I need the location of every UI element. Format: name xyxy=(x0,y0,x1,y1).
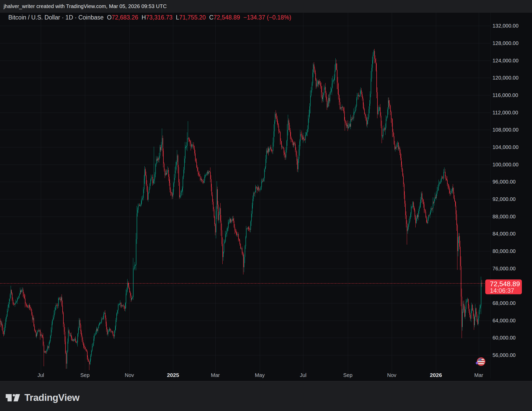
down-candle-bodies xyxy=(1,51,482,364)
bar-countdown: 14:06:37 xyxy=(490,287,514,294)
price-axis-label: 96,000.00 xyxy=(493,179,516,185)
change-value: −134.37 (−0.18%) xyxy=(243,14,291,21)
time-axis-label: Nov xyxy=(377,372,406,379)
tradingview-logo-icon xyxy=(6,394,21,402)
price-axis-label: 80,000.00 xyxy=(493,248,516,254)
price-axis-label: 76,000.00 xyxy=(493,265,516,272)
price-axis-label: 124,000.00 xyxy=(493,57,518,64)
price-axis-label: 112,000.00 xyxy=(493,109,518,116)
close-value: 72,548.89 xyxy=(214,14,240,21)
time-axis-label: 2026 xyxy=(422,372,450,379)
price-axis-label: 104,000.00 xyxy=(493,144,518,150)
up-candle-bodies xyxy=(0,51,481,364)
low-label: L xyxy=(176,14,179,21)
symbol-title: Bitcoin / U.S. Dollar · 1D · Coinbase xyxy=(8,14,104,21)
tradingview-logo-text: TradingView xyxy=(24,392,79,403)
price-axis-label: 68,000.00 xyxy=(493,300,516,306)
price-axis-label: 88,000.00 xyxy=(493,213,516,220)
bottom-bar: TradingView xyxy=(0,381,532,411)
time-axis-label: Jul xyxy=(26,372,55,379)
price-axis-label: 56,000.00 xyxy=(493,352,516,358)
down-candle-wicks xyxy=(1,49,482,370)
price-axis-label: 60,000.00 xyxy=(493,335,516,341)
open-value: 72,683.26 xyxy=(112,14,138,21)
time-axis-label: Jul xyxy=(289,372,317,379)
price-axis-label: 64,000.00 xyxy=(493,317,516,324)
grid-lines xyxy=(0,13,490,379)
time-axis-label: Mar xyxy=(201,372,230,379)
price-axis-label: 108,000.00 xyxy=(493,127,518,133)
tradingview-snapshot: jhalver_writer created with TradingView.… xyxy=(0,0,532,411)
us-flag-event-icon[interactable] xyxy=(475,356,487,368)
time-axis-label: Sep xyxy=(334,372,362,379)
time-axis-label: 2025 xyxy=(159,372,187,379)
tradingview-logo[interactable]: TradingView xyxy=(6,392,79,403)
time-axis-label: Nov xyxy=(115,372,144,379)
high-label: H xyxy=(142,14,146,21)
last-price-value: 72,548.89 xyxy=(490,280,520,288)
price-axis-label: 120,000.00 xyxy=(493,75,518,81)
price-axis-label: 84,000.00 xyxy=(493,231,516,237)
price-axis-label: 128,000.00 xyxy=(493,40,518,46)
symbol-legend[interactable]: Bitcoin / U.S. Dollar · 1D · Coinbase O … xyxy=(8,13,291,22)
price-axis-label: 132,000.00 xyxy=(493,23,518,29)
high-value: 73,316.73 xyxy=(146,14,172,21)
price-axis-label: 116,000.00 xyxy=(493,92,518,98)
open-label: O xyxy=(107,14,112,21)
last-price-tag: 72,548.89 14:06:37 xyxy=(485,279,522,294)
chart-pane[interactable] xyxy=(0,0,532,411)
close-label: C xyxy=(209,14,214,21)
time-axis-label: Sep xyxy=(71,372,99,379)
price-axis-label: 92,000.00 xyxy=(493,196,516,202)
time-axis-label: Mar xyxy=(464,372,493,379)
time-axis-label: May xyxy=(245,372,274,379)
price-axis-label: 100,000.00 xyxy=(493,161,518,168)
low-value: 71,755.20 xyxy=(179,14,206,21)
